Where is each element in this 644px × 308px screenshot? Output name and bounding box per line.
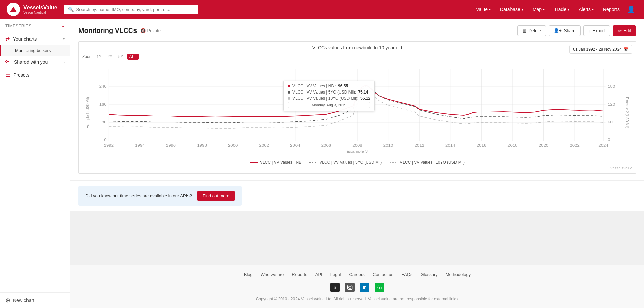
legend-10yo: VLCC | VV Values | 10YO (USD Mil) <box>390 160 465 165</box>
search-input[interactable] <box>76 7 194 12</box>
legend-label-nb: VLCC | VV Values | NB <box>260 160 301 165</box>
sidebar-item-your-charts[interactable]: ⇄ Your charts ▾ <box>0 32 70 45</box>
nav-alerts[interactable]: Alerts ▾ <box>575 5 598 14</box>
zoom-label: Zoom <box>82 54 93 59</box>
eye-icon: 👁 <box>5 59 11 65</box>
find-out-more-button[interactable]: Find out more <box>197 191 235 201</box>
date-range-picker[interactable]: 01 Jan 1992 - 28 Nov 2024 📅 <box>569 45 632 54</box>
footer-link-api[interactable]: API <box>315 272 322 277</box>
footer-link-who-we-are[interactable]: Who we are <box>261 272 284 277</box>
nav-database[interactable]: Database ▾ <box>496 5 527 14</box>
nav-reports[interactable]: Reports <box>599 5 624 14</box>
svg-text:80: 80 <box>102 120 107 124</box>
legend-nb: VLCC | VV Values | NB <box>250 160 301 165</box>
svg-point-58 <box>378 287 378 287</box>
chevron-down-icon: ▾ <box>592 8 594 11</box>
svg-text:160: 160 <box>99 103 107 106</box>
wechat-icon[interactable] <box>375 283 384 292</box>
zoom-5y[interactable]: 5Y <box>116 54 125 60</box>
legend-label-5yo: VLCC | VV Values | 5YO (USD Mil) <box>319 160 382 165</box>
instagram-icon[interactable] <box>345 283 355 292</box>
api-banner: Did you know our time series are availab… <box>70 180 644 211</box>
legend-5yo: VLCC | VV Values | 5YO (USD Mil) <box>309 160 382 165</box>
sidebar-item-label: Presets <box>13 72 60 78</box>
search-icon: 🔍 <box>68 7 74 12</box>
sidebar-item-presets[interactable]: ☰ Presets › <box>0 68 70 81</box>
footer-link-glossary[interactable]: Glossary <box>420 272 437 277</box>
chart-watermark: VesselsValue <box>82 166 632 170</box>
svg-text:1996: 1996 <box>166 144 176 147</box>
footer-link-reports[interactable]: Reports <box>292 272 307 277</box>
svg-point-60 <box>380 288 380 288</box>
chevron-right-icon: › <box>64 60 65 64</box>
sidebar-item-label: Shared with you <box>14 59 60 65</box>
delete-button[interactable]: 🗑 Delete <box>517 25 546 36</box>
svg-text:2020: 2020 <box>539 144 549 147</box>
footer-link-methodology[interactable]: Methodology <box>446 272 471 277</box>
svg-text:2006: 2006 <box>321 144 331 147</box>
footer-social: 𝕏 in <box>70 283 644 292</box>
sidebar-item-label: Your charts <box>13 36 60 42</box>
svg-text:60: 60 <box>608 120 613 124</box>
chart-actions: 🗑 Delete 👤+ Share ↑ Export ✏ Edit <box>517 25 636 36</box>
top-navbar: VesselsValue Veson Nautical 🔍 Value ▾ Da… <box>0 0 644 19</box>
chart-panel: Monitoring VLCCs 🔇 Private 🗑 Delete 👤+ S… <box>70 19 644 180</box>
nav-value[interactable]: Value ▾ <box>472 5 495 14</box>
footer-link-legal[interactable]: Legal <box>330 272 341 277</box>
nav-trade[interactable]: Trade ▾ <box>550 5 573 14</box>
twitter-icon[interactable]: 𝕏 <box>330 283 340 292</box>
svg-text:2018: 2018 <box>507 144 518 147</box>
chevron-down-icon: ▾ <box>543 8 545 11</box>
footer-link-careers[interactable]: Careers <box>349 272 365 277</box>
visibility-label: Private <box>147 28 160 33</box>
zoom-1y[interactable]: 1Y <box>95 54 104 60</box>
api-banner-text: Did you know our time series are availab… <box>85 193 192 198</box>
linkedin-icon[interactable]: in <box>360 283 369 292</box>
svg-point-61 <box>381 288 381 288</box>
share-button[interactable]: 👤+ Share <box>549 25 580 36</box>
chart-svg-wrapper: 0 80 160 240 0 60 120 180 Example 1 (USD… <box>82 62 632 157</box>
sidebar-item-shared-with-you[interactable]: 👁 Shared with you › <box>0 56 70 68</box>
svg-text:Example 3: Example 3 <box>347 150 368 153</box>
footer-link-blog[interactable]: Blog <box>244 272 253 277</box>
sidebar-collapse-button[interactable]: « <box>62 23 65 29</box>
footer-link-faqs[interactable]: FAQs <box>401 272 413 277</box>
svg-text:2024: 2024 <box>598 144 608 147</box>
svg-text:2016: 2016 <box>477 144 486 147</box>
new-chart-button[interactable]: ⊕ New chart <box>0 292 70 308</box>
logo-sub: Veson Nautical <box>23 11 57 14</box>
svg-text:0: 0 <box>104 138 107 142</box>
zoom-2y[interactable]: 2Y <box>105 54 114 60</box>
date-range-text: 01 Jan 1992 - 28 Nov 2024 <box>573 47 622 52</box>
logo-icon <box>7 3 20 16</box>
api-banner-inner: Did you know our time series are availab… <box>78 186 241 206</box>
svg-text:2002: 2002 <box>259 144 269 147</box>
svg-point-54 <box>349 286 351 289</box>
sidebar-chart-monitoring-bulkers[interactable]: Monitoring bulkers <box>0 45 70 56</box>
svg-point-57 <box>379 287 382 289</box>
10yo-line <box>109 90 603 128</box>
svg-text:180: 180 <box>608 85 615 88</box>
svg-rect-53 <box>347 285 352 289</box>
svg-point-59 <box>379 287 379 287</box>
edit-icon: ✏ <box>618 28 622 33</box>
search-bar[interactable]: 🔍 <box>64 5 198 14</box>
chevron-down-icon: ▾ <box>522 8 523 11</box>
logo[interactable]: VesselsValue Veson Nautical <box>7 3 57 16</box>
edit-button[interactable]: ✏ Edit <box>613 25 636 36</box>
export-icon: ↑ <box>588 28 591 33</box>
svg-point-56 <box>377 286 380 288</box>
chart-title-row: Monitoring VLCCs 🔇 Private <box>78 27 161 35</box>
legend-label-10yo: VLCC | VV Values | 10YO (USD Mil) <box>400 160 465 165</box>
svg-text:1994: 1994 <box>135 144 145 147</box>
chart-subtitle: VLCCs values from newbuild to 10 year ol… <box>82 45 632 50</box>
user-menu-button[interactable]: 👤 <box>625 3 637 15</box>
zoom-all[interactable]: ALL <box>127 54 139 60</box>
svg-text:Example 2 (USD Mil): Example 2 (USD Mil) <box>625 97 630 128</box>
zoom-controls: Zoom 1Y 2Y 5Y ALL <box>82 54 139 60</box>
footer-link-contact-us[interactable]: Contact us <box>373 272 393 277</box>
nav-map[interactable]: Map ▾ <box>529 5 549 14</box>
export-button[interactable]: ↑ Export <box>583 25 610 36</box>
chevron-down-icon: ▾ <box>568 8 569 11</box>
chart-title: Monitoring VLCCs <box>78 27 137 35</box>
